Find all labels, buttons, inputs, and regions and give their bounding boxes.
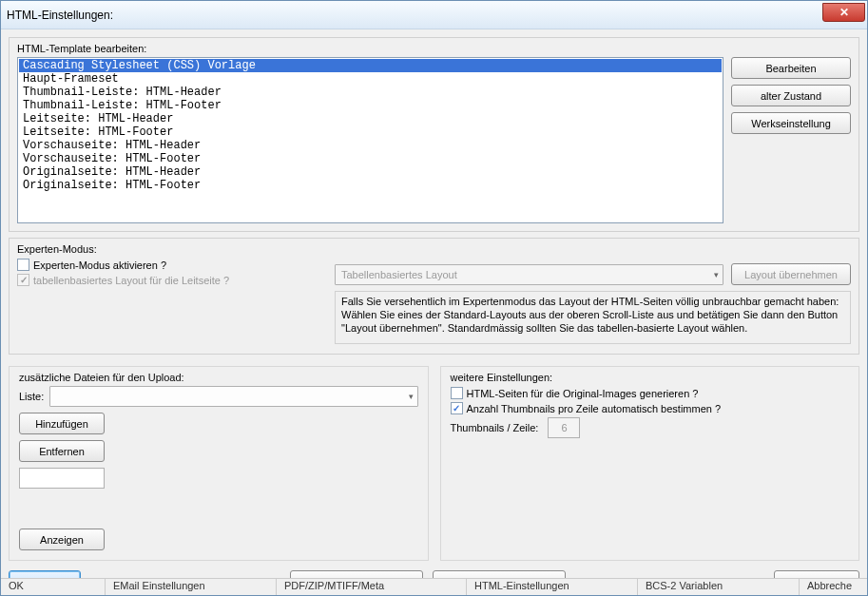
expert-group: Experten-Modus: Experten-Modus aktiviere… bbox=[9, 238, 859, 355]
gen-original-label: HTML-Seiten für die Original-Images gene… bbox=[467, 388, 699, 399]
thumbs-input: 6 bbox=[548, 417, 580, 438]
gen-original-checkbox[interactable] bbox=[451, 387, 463, 399]
settings-group: weitere Einstellungen: HTML-Seiten für d… bbox=[440, 366, 860, 561]
template-group-label: HTML-Template bearbeiten: bbox=[17, 43, 851, 54]
layout-combo: Tabellenbasiertes Layout ▾ bbox=[335, 264, 723, 285]
list-item[interactable]: Haupt-Frameset bbox=[19, 72, 722, 86]
chevron-down-icon: ▾ bbox=[409, 392, 414, 401]
list-item[interactable]: Cascading Stylesheet (CSS) Vorlage bbox=[19, 59, 722, 72]
upload-input[interactable] bbox=[19, 468, 105, 489]
layout-combo-value: Tabellenbasiertes Layout bbox=[341, 269, 457, 280]
list-item[interactable]: Originalseite: HTML-Header bbox=[19, 165, 722, 179]
list-item[interactable]: Vorschauseite: HTML-Header bbox=[19, 139, 722, 152]
settings-group-label: weitere Einstellungen: bbox=[451, 372, 850, 383]
list-item[interactable]: Thumbnail-Leiste: HTML-Footer bbox=[19, 99, 722, 112]
upload-group: zusätzliche Dateien für den Upload: List… bbox=[9, 366, 429, 561]
gen-original-row[interactable]: HTML-Seiten für die Original-Images gene… bbox=[451, 387, 850, 399]
template-side-buttons: Bearbeiten alter Zustand Werkseinstellun… bbox=[731, 57, 851, 223]
window-title: HTML-Einstellungen: bbox=[7, 9, 113, 22]
table-layout-leit-label: tabellenbasiertes Layout für die Leitsei… bbox=[33, 275, 229, 286]
thumbs-label: Thumbnails / Zeile: bbox=[451, 422, 539, 433]
liste-combo[interactable]: ▾ bbox=[49, 386, 417, 407]
show-button[interactable]: Anzeigen bbox=[19, 529, 105, 550]
upload-list-area bbox=[114, 413, 418, 550]
expert-right: . Tabellenbasiertes Layout ▾ Layout über… bbox=[335, 244, 851, 344]
apply-layout-button: Layout übernehmen bbox=[731, 263, 851, 285]
expert-group-label: Experten-Modus: bbox=[17, 243, 325, 255]
close-button[interactable]: ✕ bbox=[822, 3, 865, 22]
expert-description: Falls Sie versehentlich im Expertenmodus… bbox=[335, 291, 851, 344]
list-item[interactable]: Vorschauseite: HTML-Footer bbox=[19, 152, 722, 165]
expert-activate-label: Experten-Modus aktivieren ? bbox=[33, 260, 166, 271]
thumbs-per-row: Thumbnails / Zeile: 6 bbox=[451, 417, 850, 438]
titlebar: HTML-Einstellungen: ✕ bbox=[1, 1, 867, 29]
expert-activate-row[interactable]: Experten-Modus aktivieren ? bbox=[17, 259, 325, 271]
content-area: HTML-Template bearbeiten: Cascading Styl… bbox=[1, 29, 867, 595]
factory-button[interactable]: Werkseinstellung bbox=[731, 112, 851, 134]
expert-activate-checkbox[interactable] bbox=[17, 259, 29, 271]
table-layout-leit-checkbox bbox=[17, 274, 29, 286]
upload-group-label: zusätzliche Dateien für den Upload: bbox=[19, 372, 418, 383]
list-item[interactable]: Originalseite: HTML-Footer bbox=[19, 179, 722, 192]
auto-thumbs-row[interactable]: Anzahl Thumbnails pro Zeile automatisch … bbox=[451, 402, 850, 414]
template-group: HTML-Template bearbeiten: Cascading Styl… bbox=[9, 37, 859, 232]
expert-left: Experten-Modus: Experten-Modus aktiviere… bbox=[17, 244, 325, 344]
status-cell: OK bbox=[1, 579, 106, 595]
table-layout-leit-row: tabellenbasiertes Layout für die Leitsei… bbox=[17, 274, 325, 286]
status-cell: BCS-2 Variablen bbox=[638, 579, 800, 595]
list-item[interactable]: Leitseite: HTML-Footer bbox=[19, 125, 722, 139]
list-item[interactable]: Thumbnail-Leiste: HTML-Header bbox=[19, 86, 722, 99]
status-cell: EMail Einstellungen bbox=[106, 579, 277, 595]
status-cell: HTML-Einstellungen bbox=[467, 579, 638, 595]
edit-button[interactable]: Bearbeiten bbox=[731, 57, 851, 79]
dialog-window: HTML-Einstellungen: ✕ HTML-Template bear… bbox=[0, 0, 868, 596]
status-cell: Abbreche bbox=[800, 579, 867, 595]
auto-thumbs-checkbox[interactable] bbox=[451, 402, 463, 414]
statusbar: OK EMail Einstellungen PDF/ZIP/MTIFF/Met… bbox=[1, 578, 867, 595]
chevron-down-icon: ▾ bbox=[714, 270, 719, 279]
status-cell: PDF/ZIP/MTIFF/Meta bbox=[277, 579, 467, 595]
add-button[interactable]: Hinzufügen bbox=[19, 413, 105, 434]
liste-label: Liste: bbox=[19, 391, 44, 402]
revert-button[interactable]: alter Zustand bbox=[731, 85, 851, 106]
template-listbox[interactable]: Cascading Stylesheet (CSS) Vorlage Haupt… bbox=[17, 57, 723, 223]
remove-button[interactable]: Entfernen bbox=[19, 440, 105, 462]
list-item[interactable]: Leitseite: HTML-Header bbox=[19, 112, 722, 125]
close-icon: ✕ bbox=[839, 6, 849, 19]
auto-thumbs-label: Anzahl Thumbnails pro Zeile automatisch … bbox=[467, 403, 722, 414]
